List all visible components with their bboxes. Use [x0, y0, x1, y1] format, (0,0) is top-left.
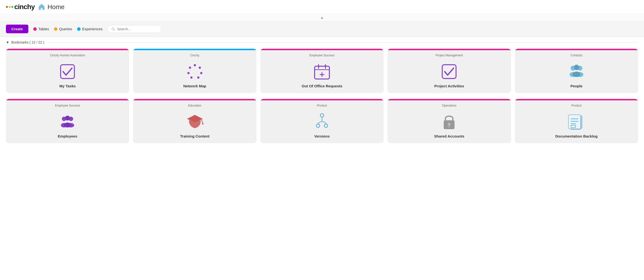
dot-green: [11, 6, 13, 8]
card-top-bar: [260, 49, 384, 50]
card-category: Cinchy: [188, 54, 202, 57]
card-icon-area: [59, 58, 76, 84]
dot-yellow: [8, 6, 10, 8]
toolbar: Create Tables Queries Experiences: [0, 21, 644, 37]
collapse-bar[interactable]: ▲: [0, 14, 644, 21]
card-icon-area: [186, 109, 204, 134]
svg-rect-43: [568, 115, 580, 129]
card-label: People: [568, 84, 585, 88]
card-icon-area: [313, 58, 331, 84]
card-category: Cinchy Human Automation: [48, 54, 88, 57]
experiences-label: Experiences: [82, 27, 103, 31]
checkbox-icon: [59, 63, 76, 80]
collapse-arrow-icon[interactable]: ▲: [320, 15, 324, 19]
card-label: Network Map: [181, 84, 209, 88]
versions-icon: [314, 113, 330, 131]
svg-line-1: [114, 30, 115, 30]
employees-icon: [59, 113, 76, 131]
card-people[interactable]: Contacts People: [515, 49, 638, 93]
dot-red: [6, 6, 8, 8]
card-top-bar: [515, 99, 638, 100]
svg-point-8: [187, 72, 190, 74]
card-icon-area: [442, 109, 456, 134]
svg-point-6: [197, 76, 199, 78]
card-label: Shared Accounts: [432, 134, 467, 138]
svg-point-22: [572, 72, 580, 77]
calendar-icon: [313, 63, 331, 80]
svg-point-32: [202, 123, 204, 124]
card-out-of-office[interactable]: Employee Success Out Of Office Requests: [260, 49, 384, 93]
svg-point-38: [448, 123, 450, 126]
card-top-bar: [515, 49, 638, 50]
card-category: Product: [314, 104, 330, 107]
card-category: Employee Success: [307, 54, 337, 57]
card-category: Operations: [440, 104, 459, 107]
svg-point-33: [320, 114, 324, 117]
svg-point-28: [64, 123, 71, 127]
card-label: Versions: [312, 134, 332, 138]
card-label: My Tasks: [57, 84, 78, 88]
card-top-bar: [388, 49, 511, 50]
experiences-dot: [77, 27, 80, 31]
bookmarks-label: Bookmarks ( 22 / 22 ): [11, 40, 44, 44]
svg-point-21: [574, 65, 579, 70]
card-grid-row1: Cinchy Human Automation My Tasks Cinchy: [0, 47, 644, 99]
queries-dot: [54, 27, 58, 31]
card-label: Documentation Backlog: [553, 134, 600, 138]
bookmarks-divider: [48, 42, 638, 42]
card-icon-area: [440, 58, 458, 84]
card-category: Contacts: [568, 54, 585, 57]
bookmarks-header: ▼ Bookmarks ( 22 / 22 ): [0, 37, 644, 47]
card-icon-area: [314, 109, 330, 134]
tables-label: Tables: [38, 27, 49, 31]
create-button[interactable]: Create: [6, 25, 28, 33]
card-employees[interactable]: Employee Success Employees: [6, 99, 129, 143]
card-training-content[interactable]: Education Training Content: [133, 99, 256, 143]
card-category: Employee Success: [52, 104, 82, 107]
graduation-icon: [186, 113, 204, 130]
card-shared-accounts[interactable]: Operations Shared Accounts: [388, 99, 511, 143]
svg-point-9: [189, 66, 191, 69]
svg-point-34: [316, 124, 320, 127]
lock-icon: [442, 113, 456, 131]
svg-point-5: [200, 72, 202, 74]
logo-text: cinchy: [14, 3, 35, 11]
svg-point-0: [112, 27, 114, 30]
card-label: Out Of Office Requests: [299, 84, 345, 88]
card-top-bar: [388, 99, 511, 100]
svg-point-7: [190, 76, 192, 78]
docs-icon: [568, 113, 585, 130]
card-label: Training Content: [178, 134, 212, 138]
checkbox2-icon: [440, 63, 458, 80]
search-input[interactable]: [117, 27, 156, 31]
svg-point-4: [198, 66, 201, 69]
card-grid-row2: Employee Success Employees Education: [0, 99, 644, 149]
card-category: Project Management: [433, 54, 466, 57]
queries-label: Queries: [59, 27, 72, 31]
card-category: Education: [186, 104, 204, 107]
tables-dot: [33, 27, 37, 31]
card-my-tasks[interactable]: Cinchy Human Automation My Tasks: [6, 49, 129, 93]
card-network-map[interactable]: Cinchy Network Map: [133, 49, 256, 93]
card-versions[interactable]: Product Versions: [260, 99, 384, 143]
card-top-bar: [6, 49, 129, 50]
search-icon: [112, 27, 115, 31]
card-top-bar: [133, 49, 256, 50]
home-icon: [38, 3, 46, 11]
header: cinchy Home: [0, 0, 644, 14]
bookmarks-chevron-icon[interactable]: ▼: [6, 40, 9, 44]
tables-nav[interactable]: Tables: [33, 27, 49, 31]
search-wrap[interactable]: [108, 25, 162, 33]
experiences-nav[interactable]: Experiences: [77, 27, 103, 31]
card-icon-area: [59, 109, 76, 134]
queries-nav[interactable]: Queries: [54, 27, 72, 31]
people-icon: [568, 63, 585, 80]
logo-dots: [6, 6, 13, 8]
svg-line-31: [201, 119, 203, 123]
card-category: Product: [569, 104, 584, 107]
card-documentation-backlog[interactable]: Product Documentation Backlog: [515, 99, 638, 143]
card-top-bar: [133, 99, 256, 100]
card-project-activities[interactable]: Project Management Project Activities: [388, 49, 511, 93]
card-icon-area: [568, 58, 585, 84]
network-icon: [186, 63, 204, 80]
